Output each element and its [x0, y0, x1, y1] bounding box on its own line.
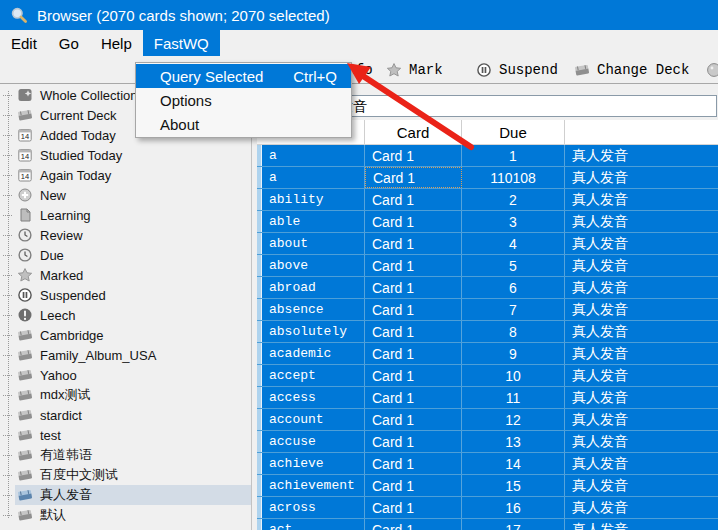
cell-deck[interactable]: 真人发音 [565, 145, 718, 166]
cell-card[interactable]: Card 1 [365, 519, 462, 530]
menu-option-query-selected[interactable]: Query SelectedCtrl+Q [136, 64, 351, 88]
cell-deck[interactable]: 真人发音 [565, 211, 718, 232]
cell-due[interactable]: 6 [462, 277, 565, 298]
sidebar-item-again-today[interactable]: 14Again Today [0, 165, 251, 185]
sidebar-item-learning[interactable]: Learning [0, 205, 251, 225]
sidebar-item-due[interactable]: Due [0, 245, 251, 265]
cell-card[interactable]: Card 1 [365, 167, 462, 188]
cell-sort-field[interactable]: account [262, 409, 365, 430]
menu-item-edit[interactable]: Edit [0, 30, 48, 56]
toolbar-button-mark[interactable]: Mark [386, 59, 443, 81]
cell-sort-field[interactable]: absolutely [262, 321, 365, 342]
cell-sort-field[interactable]: above [262, 255, 365, 276]
cell-due[interactable]: 16 [462, 497, 565, 518]
cell-due[interactable]: 2 [462, 189, 565, 210]
cell-due[interactable]: 7 [462, 299, 565, 320]
cell-due[interactable]: 10 [462, 365, 565, 386]
cell-sort-field[interactable]: accept [262, 365, 365, 386]
toolbar-button-change-deck[interactable]: Change Deck [574, 59, 689, 81]
cell-card[interactable]: Card 1 [365, 189, 462, 210]
table-row[interactable]: aCard 1110108真人发音 [257, 167, 718, 189]
cell-card[interactable]: Card 1 [365, 343, 462, 364]
sidebar-item-marked[interactable]: Marked [0, 265, 251, 285]
sidebar-item-test[interactable]: test [0, 425, 251, 445]
table-row[interactable]: absenceCard 17真人发音 [257, 299, 718, 321]
cell-due[interactable]: 110108 [462, 167, 565, 188]
cell-sort-field[interactable]: achievement [262, 475, 365, 496]
cell-sort-field[interactable]: a [262, 167, 365, 188]
cell-card[interactable]: Card 1 [365, 409, 462, 430]
cell-deck[interactable]: 真人发音 [565, 255, 718, 276]
table-row[interactable]: aboveCard 15真人发音 [257, 255, 718, 277]
cell-sort-field[interactable]: a [262, 145, 365, 166]
cell-deck[interactable]: 真人发音 [565, 409, 718, 430]
table-row[interactable]: achievementCard 115真人发音 [257, 475, 718, 497]
cell-deck[interactable]: 真人发音 [565, 497, 718, 518]
table-row[interactable]: aboutCard 14真人发音 [257, 233, 718, 255]
cell-due[interactable]: 8 [462, 321, 565, 342]
cell-card[interactable]: Card 1 [365, 277, 462, 298]
cell-card[interactable]: Card 1 [365, 321, 462, 342]
cell-sort-field[interactable]: able [262, 211, 365, 232]
table-row[interactable]: abroadCard 16真人发音 [257, 277, 718, 299]
cell-due[interactable]: 15 [462, 475, 565, 496]
sidebar-item-studied-today[interactable]: 14Studied Today [0, 145, 251, 165]
cell-deck[interactable]: 真人发音 [565, 167, 718, 188]
menu-item-go[interactable]: Go [48, 30, 90, 56]
cell-card[interactable]: Card 1 [365, 431, 462, 452]
sidebar-item-item[interactable]: 有道韩语 [0, 445, 251, 465]
cell-due[interactable]: 9 [462, 343, 565, 364]
sidebar-item-review[interactable]: Review [0, 225, 251, 245]
menu-item-fastwq[interactable]: FastWQ [143, 30, 220, 56]
cell-card[interactable]: Card 1 [365, 387, 462, 408]
cell-sort-field[interactable]: academic [262, 343, 365, 364]
table-row[interactable]: achieveCard 114真人发音 [257, 453, 718, 475]
cell-due[interactable]: 1 [462, 145, 565, 166]
sidebar-item-item[interactable]: 百度中文测试 [0, 465, 251, 485]
column-header-due[interactable]: Due [462, 120, 565, 144]
cell-due[interactable]: 3 [462, 211, 565, 232]
sidebar-item-mdx[interactable]: mdx测试 [0, 385, 251, 405]
cell-due[interactable]: 4 [462, 233, 565, 254]
cell-card[interactable]: Card 1 [365, 145, 462, 166]
column-header-card[interactable]: Card [365, 120, 462, 144]
cell-due[interactable]: 13 [462, 431, 565, 452]
sidebar-item-new[interactable]: New [0, 185, 251, 205]
table-row[interactable]: aCard 11真人发音 [257, 145, 718, 167]
toolbar-button-suspend[interactable]: Suspend [476, 59, 558, 81]
table-row[interactable]: absolutelyCard 18真人发音 [257, 321, 718, 343]
table-row[interactable]: accountCard 112真人发音 [257, 409, 718, 431]
toolbar-button-item[interactable] [706, 59, 718, 81]
cell-sort-field[interactable]: abroad [262, 277, 365, 298]
cell-sort-field[interactable]: achieve [262, 453, 365, 474]
cell-due[interactable]: 17 [462, 519, 565, 530]
cell-sort-field[interactable]: ability [262, 189, 365, 210]
cell-due[interactable]: 5 [462, 255, 565, 276]
cell-due[interactable]: 11 [462, 387, 565, 408]
cell-deck[interactable]: 真人发音 [565, 343, 718, 364]
sidebar-item-item[interactable]: 默认 [0, 505, 251, 525]
cell-sort-field[interactable]: accuse [262, 431, 365, 452]
cell-card[interactable]: Card 1 [365, 453, 462, 474]
menu-option-options[interactable]: Options [136, 88, 351, 112]
sidebar-item-stardict[interactable]: stardict [0, 405, 251, 425]
sidebar-item-yahoo[interactable]: Yahoo [0, 365, 251, 385]
cell-card[interactable]: Card 1 [365, 475, 462, 496]
column-header-item[interactable] [565, 120, 718, 144]
sidebar-item-family-album-usa[interactable]: Family_Album_USA [0, 345, 251, 365]
cell-deck[interactable]: 真人发音 [565, 431, 718, 452]
cell-card[interactable]: Card 1 [365, 365, 462, 386]
sidebar-item-cambridge[interactable]: Cambridge [0, 325, 251, 345]
menu-item-help[interactable]: Help [90, 30, 143, 56]
cell-deck[interactable]: 真人发音 [565, 321, 718, 342]
cell-card[interactable]: Card 1 [365, 255, 462, 276]
sidebar-item-leech[interactable]: Leech [0, 305, 251, 325]
cell-deck[interactable]: 真人发音 [565, 189, 718, 210]
table-row[interactable]: acceptCard 110真人发音 [257, 365, 718, 387]
table-row[interactable]: actCard 117真人发音 [257, 519, 718, 530]
sidebar-item-item[interactable]: 真人发音 [0, 485, 251, 505]
table-row[interactable]: accessCard 111真人发音 [257, 387, 718, 409]
cell-deck[interactable]: 真人发音 [565, 475, 718, 496]
cell-card[interactable]: Card 1 [365, 211, 462, 232]
table-row[interactable]: academicCard 19真人发音 [257, 343, 718, 365]
